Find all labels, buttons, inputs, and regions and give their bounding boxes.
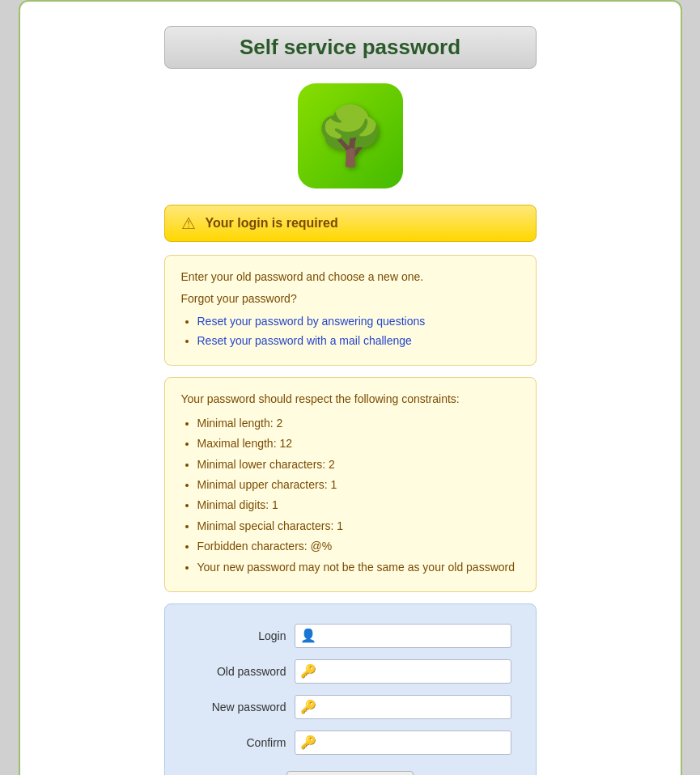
app-logo: 🌳 [298, 83, 403, 188]
password-form: Login 👤 Old password 🔑 New password 🔑 Co… [164, 603, 537, 775]
old-password-icon: 🔑 [300, 663, 316, 679]
login-input-wrap: 👤 [295, 624, 511, 648]
info-links-list: Reset your password by answering questio… [197, 312, 520, 350]
login-required-banner: ⚠ Your login is required [164, 205, 537, 242]
info-link1-item: Reset your password by answering questio… [197, 312, 520, 330]
title-box: Self service password [164, 26, 537, 69]
warning-icon: ⚠ [181, 214, 196, 233]
page-title: Self service password [240, 35, 460, 59]
constraints-list: Minimal length: 2Maximal length: 12Minim… [197, 414, 520, 576]
login-icon: 👤 [300, 628, 316, 643]
new-password-label: New password [189, 701, 295, 714]
list-item: Your new password may not be the same as… [197, 558, 520, 576]
login-required-text: Your login is required [206, 216, 338, 231]
send-button[interactable]: Send [286, 771, 414, 775]
reset-by-questions-link[interactable]: Reset your password by answering questio… [197, 315, 426, 328]
new-password-input[interactable] [320, 698, 506, 716]
old-password-input[interactable] [320, 663, 506, 680]
confirm-input-wrap: 🔑 [295, 731, 511, 755]
login-input[interactable] [320, 627, 506, 645]
confirm-label: Confirm [189, 736, 295, 749]
confirm-icon: 🔑 [300, 735, 316, 750]
info-line2: Forgot your password? [181, 290, 520, 307]
constraints-section: Your password should respect the followi… [164, 377, 537, 592]
reset-by-mail-link[interactable]: Reset your password with a mail challeng… [197, 334, 412, 347]
list-item: Minimal length: 2 [197, 414, 520, 432]
old-password-row: Old password 🔑 [189, 659, 511, 684]
new-password-icon: 🔑 [300, 699, 316, 714]
list-item: Forbidden characters: @% [197, 537, 520, 555]
list-item: Maximal length: 12 [197, 434, 520, 452]
info-link2-item: Reset your password with a mail challeng… [197, 332, 520, 349]
new-password-input-wrap: 🔑 [295, 695, 511, 719]
info-section: Enter your old password and choose a new… [164, 255, 537, 366]
login-row: Login 👤 [189, 624, 511, 648]
constraints-intro: Your password should respect the followi… [181, 391, 520, 408]
list-item: Minimal digits: 1 [197, 496, 520, 514]
list-item: Minimal special characters: 1 [197, 517, 520, 535]
old-password-input-wrap: 🔑 [295, 659, 511, 684]
confirm-input[interactable] [320, 734, 506, 752]
login-label: Login [189, 629, 295, 642]
main-card: Self service password 🌳 ⚠ Your login is … [19, 0, 682, 775]
info-line1: Enter your old password and choose a new… [181, 269, 520, 286]
list-item: Minimal upper characters: 1 [197, 476, 520, 493]
new-password-row: New password 🔑 [189, 695, 511, 719]
list-item: Minimal lower characters: 2 [197, 455, 520, 473]
logo-icon: 🌳 [315, 108, 385, 164]
confirm-row: Confirm 🔑 [189, 731, 511, 755]
send-button-row: Send [189, 771, 511, 775]
old-password-label: Old password [189, 665, 295, 678]
